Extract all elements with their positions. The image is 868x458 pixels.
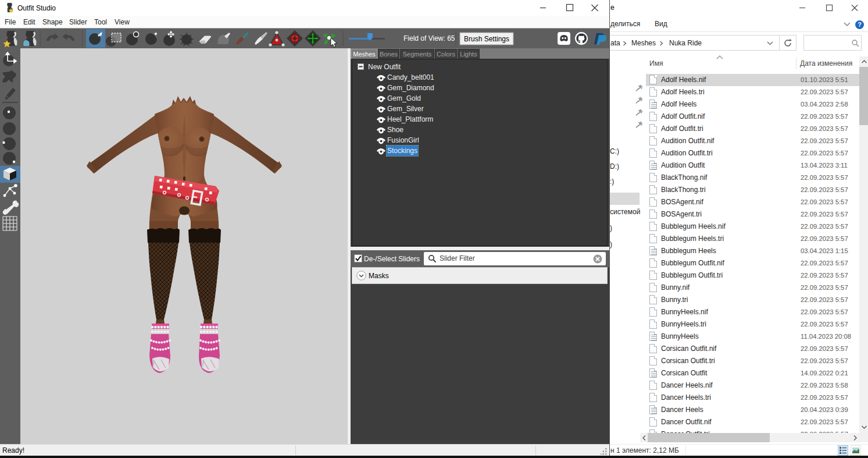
svg-text:Field of View: 65: Field of View: 65 — [403, 34, 455, 42]
svg-text:Brush Settings: Brush Settings — [464, 35, 509, 43]
